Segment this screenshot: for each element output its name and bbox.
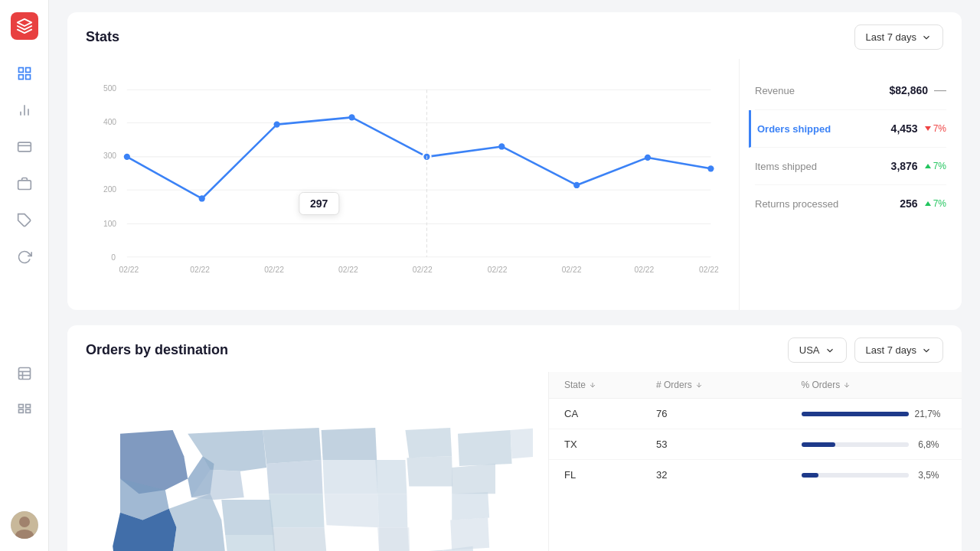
orders-tx: 53	[656, 439, 802, 450]
nv-state	[169, 494, 226, 551]
svg-rect-15	[25, 405, 30, 408]
bar-ca: 21,7%	[802, 409, 947, 419]
va-state	[452, 492, 489, 520]
x-label-2: 02/22	[190, 266, 210, 274]
sd-state	[266, 460, 323, 494]
bar-bg-tx	[802, 442, 909, 447]
metric-orders-shipped-label: Orders shipped	[757, 123, 831, 135]
y-label-0: 0	[111, 253, 116, 262]
mo-state	[325, 494, 380, 527]
pct-fl: 3,5%	[915, 470, 939, 481]
sidebar-item-dashboard[interactable]	[9, 58, 40, 89]
state-fl: FL	[564, 469, 656, 481]
x-label-8: 02/22	[634, 266, 654, 274]
sort-icon-orders[interactable]	[695, 381, 703, 389]
x-label-3: 02/22	[264, 266, 284, 274]
orders-destination-header: Orders by destination USA Last 7 days	[67, 325, 962, 372]
refresh-icon	[17, 249, 32, 265]
ks-state	[272, 527, 327, 551]
sort-icon-pct[interactable]	[843, 381, 851, 389]
app-logo[interactable]	[11, 12, 38, 40]
line-chart: 500 400 300 200 100 0	[80, 71, 727, 301]
chart-point	[348, 114, 354, 120]
svg-rect-17	[25, 409, 30, 412]
ne-states	[511, 428, 533, 458]
metric-items-shipped[interactable]: Items shipped 3,876 7%	[755, 148, 946, 185]
svg-marker-29	[925, 201, 931, 206]
sort-icon-state[interactable]	[589, 381, 596, 389]
ia-state	[323, 460, 378, 494]
sidebar-item-inventory[interactable]	[9, 168, 40, 199]
chart-point	[274, 122, 280, 128]
metric-returns-right: 256 7%	[900, 197, 946, 210]
col-state: State	[564, 380, 656, 390]
il-state	[377, 494, 407, 527]
panels-icon	[17, 366, 32, 381]
sidebar-item-refresh[interactable]	[9, 242, 40, 272]
stats-date-filter[interactable]: Last 7 days	[854, 24, 944, 50]
table-row-tx: TX 53 6,8%	[549, 429, 962, 460]
logo-icon	[16, 18, 33, 34]
metric-orders-shipped[interactable]: Orders shipped 4,453 7%	[749, 110, 946, 148]
sidebar-item-grid[interactable]	[9, 395, 40, 425]
chart-tooltip: 297	[299, 192, 339, 215]
tn-state	[379, 527, 410, 551]
svg-rect-7	[18, 142, 31, 152]
x-label-5: 02/22	[413, 266, 433, 274]
metric-revenue-label: Revenue	[755, 85, 795, 96]
ne-state	[269, 494, 325, 527]
metric-returns-label: Returns processed	[755, 198, 838, 210]
table-header: State # Orders % Orders	[549, 372, 962, 399]
svg-marker-27	[925, 126, 931, 131]
svg-rect-0	[18, 68, 23, 73]
bar-bg-fl	[802, 473, 909, 478]
col-orders: # Orders	[656, 380, 802, 390]
metric-revenue-right: $82,860 —	[889, 83, 946, 97]
chart-area: 500 400 300 200 100 0	[67, 59, 740, 310]
sidebar-item-analytics[interactable]	[9, 95, 40, 126]
country-filter[interactable]: USA	[788, 337, 847, 363]
chevron-down-icon-2	[825, 345, 835, 356]
chart-point	[645, 155, 651, 161]
sidebar-item-tags[interactable]	[9, 205, 40, 236]
x-label-1: 02/22	[119, 266, 139, 274]
bar-fill-ca	[802, 412, 909, 416]
avatar-image	[11, 511, 38, 539]
svg-rect-10	[18, 368, 30, 380]
svg-point-19	[19, 517, 30, 527]
metric-revenue[interactable]: Revenue $82,860 —	[755, 71, 946, 110]
orders-filters: USA Last 7 days	[788, 337, 943, 363]
pct-ca: 21,7%	[915, 409, 941, 419]
table-row-ca: CA 76 21,7%	[549, 399, 962, 429]
inventory-icon	[17, 176, 32, 191]
orders-table-area: State # Orders % Orders CA 76	[548, 372, 962, 551]
svg-rect-1	[25, 68, 30, 73]
arrow-down-icon	[924, 125, 932, 132]
nd-state	[263, 428, 321, 464]
chart-point	[498, 143, 505, 149]
metric-returns-value: 256	[900, 197, 917, 210]
usa-map	[83, 387, 533, 551]
chart-point	[573, 182, 580, 188]
pa-state	[452, 464, 495, 494]
metrics-panel: Revenue $82,860 — Orders shipped 4,453 7…	[740, 59, 962, 310]
svg-marker-28	[925, 164, 931, 168]
chart-line	[127, 117, 711, 198]
date-filter-destination[interactable]: Last 7 days	[854, 337, 944, 363]
table-row-fl: FL 32 3,5%	[549, 460, 962, 490]
dashboard-icon	[17, 66, 32, 81]
y-label-200: 200	[103, 185, 116, 194]
metric-orders-shipped-change: 7%	[924, 123, 946, 134]
metric-returns[interactable]: Returns processed 256 7%	[755, 185, 946, 222]
x-label-9: 02/22	[699, 266, 719, 274]
metric-items-shipped-right: 3,876 7%	[891, 160, 946, 172]
user-avatar[interactable]	[11, 511, 38, 539]
oh-state	[407, 456, 452, 486]
svg-rect-2	[18, 75, 23, 80]
sidebar-item-billing[interactable]	[9, 132, 40, 162]
metric-revenue-value: $82,860	[889, 84, 928, 96]
x-label-7: 02/22	[562, 266, 582, 274]
sidebar-item-panels[interactable]	[9, 358, 40, 389]
sidebar	[0, 0, 49, 551]
orders-destination-body: California - 1199 Entries State # Orders…	[67, 372, 962, 551]
